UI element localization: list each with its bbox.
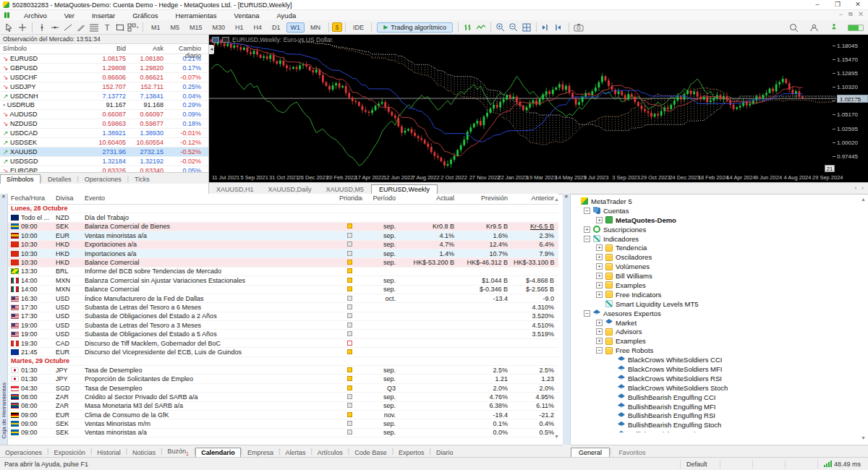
expand-icon[interactable]: + (596, 320, 603, 326)
tree-item-market[interactable]: +Market (571, 318, 861, 328)
tree-item-examples[interactable]: +Examples (571, 336, 861, 346)
calendar-event-row[interactable]: 04:30SGDTasa de DesempleoQ32.0%2.0% (8, 384, 558, 393)
expand-icon[interactable]: + (596, 273, 603, 279)
toolbox-tab-artículos[interactable]: Artículos (312, 448, 348, 457)
calendar-event-row[interactable]: 19:30CADDiscurso de Tiff Macklem, Gobern… (8, 339, 558, 348)
tree-item-blackcrows-whitesoldiers-rsi[interactable]: BlackCrows WhiteSoldiers RSI (571, 374, 861, 383)
fibonacci-icon[interactable] (88, 22, 101, 33)
toolbox-tab-historial[interactable]: Historial (92, 448, 126, 457)
navigator-tab-favoritos[interactable]: Favoritos (611, 448, 652, 457)
navigator-tab-general[interactable]: General (571, 448, 610, 457)
tree-item-examples[interactable]: +Examples (571, 281, 861, 290)
tree-item-bullishbearish-engulfing-stoch[interactable]: BullishBearish Engulfing Stoch (571, 420, 861, 430)
calendar-event-row[interactable]: 01:30JPYProporción de Solicitantes de Em… (8, 375, 558, 383)
market-watch-row[interactable]: ↘ USDCHF0.866060.86621-0.07% (0, 73, 208, 82)
calendar-event-row[interactable]: 09:00EURClima de Consumo de la GfKnov.-1… (8, 411, 558, 419)
auto-scroll-icon[interactable] (553, 22, 566, 33)
text-tool-icon[interactable]: T (101, 22, 114, 33)
calendar-event-row[interactable]: 10:00EURVentas minoristas a/asep.4.1%1.6… (8, 231, 558, 240)
timeframe-h1[interactable]: H1 (231, 22, 248, 33)
mdi-window-controls[interactable]: ‒ ⧉ ✕ (839, 11, 865, 18)
calendar-column-header[interactable]: Actual (399, 194, 457, 204)
tree-item-osciladores[interactable]: +Osciladores (571, 252, 861, 262)
calendar-event-row[interactable]: 09:00SEKBalanza Comercial de Bienessep.K… (8, 223, 558, 231)
horizontal-line-icon[interactable] (48, 22, 61, 33)
tree-item-advisors[interactable]: +Advisors (571, 327, 861, 336)
calendar-event-row[interactable]: 10:30HKDExportaciones a/asep.4.7%12.4%6.… (8, 241, 558, 249)
chart-tab[interactable]: XAUUSD,Daily (261, 185, 319, 194)
cursor-icon[interactable] (3, 22, 16, 33)
calendar-event-row[interactable]: 09:00SEKVentas Minoristas m/msep.0.1%0.4… (8, 419, 558, 428)
mw-tab-símbolos[interactable]: Símbolos (0, 174, 41, 184)
expand-icon[interactable]: + (596, 263, 603, 270)
expand-icon[interactable]: + (596, 217, 603, 223)
market-watch-row[interactable]: ↘ EURGBP0.833260.833400.05% (0, 166, 208, 172)
user-icon[interactable] (807, 22, 820, 33)
panel-collapse-arrow[interactable]: ◂ (209, 45, 214, 54)
trendline-icon[interactable] (61, 22, 75, 33)
profile-selector[interactable]: Default (680, 460, 720, 469)
objects-dropdown-icon[interactable] (127, 22, 140, 33)
toolbox-tab-expertos[interactable]: Expertos (393, 448, 430, 457)
tree-item-metatrader-5[interactable]: MetaTrader 5 (571, 197, 861, 206)
timeframe-mn[interactable]: MN (306, 22, 325, 33)
navigator-close-icon[interactable]: ✕ (563, 194, 570, 200)
vertical-line-icon[interactable] (35, 22, 48, 33)
mw-column-header[interactable]: Ask (129, 44, 166, 54)
calendar-scroll-up-icon[interactable]: ▲ (554, 197, 559, 202)
timeframe-d1[interactable]: D1 (268, 22, 285, 33)
calendar-event-row[interactable]: 01:30JPYTasa de Desempleosep.2.5%2.5% (8, 366, 558, 375)
calendar-event-row[interactable]: 13:30BRLInforme del BCB sobre Tendencias… (8, 268, 558, 276)
tree-item-tendencia[interactable]: +Tendencia (571, 243, 861, 252)
crosshair-icon[interactable] (16, 22, 29, 33)
menu-herramientas[interactable]: Herramientas (167, 12, 226, 20)
calendar-event-row[interactable]: 21:45EURDiscurso del Vicepresidente del … (8, 348, 558, 356)
market-watch-row[interactable]: ↘ EURUSD1.081751.081800.21% (0, 54, 208, 64)
market-watch-row[interactable]: ▪ USDRUB91.16791.1680.29% (0, 101, 208, 110)
tree-item-indicadores[interactable]: −Indicadores (571, 234, 861, 244)
toolbox-tab-noticias[interactable]: Noticias (127, 448, 161, 457)
market-watch-row[interactable]: ↘ NZDUSD0.598630.598770.18% (0, 119, 208, 129)
chart-tab[interactable]: EURUSD,Weekly (371, 184, 438, 194)
timeframe-m1[interactable]: M1 (147, 22, 165, 33)
shapes-icon[interactable] (114, 22, 127, 33)
expand-icon[interactable]: + (596, 282, 603, 289)
tree-item-blackcrows-whitesoldiers-mfi[interactable]: BlackCrows WhiteSoldiers MFI (571, 364, 861, 374)
menu-ayuda[interactable]: Ayuda (268, 12, 305, 20)
tree-item-suscripciones[interactable]: +Suscripciones (571, 225, 861, 234)
line-chart-icon[interactable] (475, 22, 488, 33)
market-watch-row[interactable]: ↘ USDJPY152.707152.7110.25% (0, 82, 208, 92)
tree-item-bullishbearish-harami-cci[interactable]: BullishBearish Harami CCI (571, 430, 861, 432)
expand-icon[interactable]: + (596, 338, 603, 344)
timeframe-m15[interactable]: M15 (185, 22, 207, 33)
calendar-event-row[interactable]: 19:00USDSubasta de Obligaciones del Esta… (8, 330, 558, 338)
tree-item-blackcrows-whitesoldiers-stoch[interactable]: BlackCrows WhiteSoldiers Stoch (571, 383, 861, 393)
calendar-scroll-down-icon[interactable]: ▼ (554, 434, 559, 439)
maximize-button[interactable]: ❐ (827, 0, 848, 10)
menu-archivo[interactable]: Archivo (15, 12, 56, 20)
tree-item-volúmenes[interactable]: +Volúmenes (571, 262, 861, 271)
market-watch-row[interactable]: ↗ USDSEK10.6040510.60554-0.12% (0, 138, 208, 148)
chart-mini-icon[interactable] (222, 37, 229, 43)
tree-item-free-indicators[interactable]: +Free Indicators (571, 290, 861, 299)
collapse-icon[interactable]: − (584, 236, 590, 242)
search-icon[interactable] (787, 22, 800, 33)
deposit-icon[interactable]: $ (332, 22, 342, 32)
expand-icon[interactable]: + (596, 291, 603, 298)
market-watch-row[interactable]: ↘ AUDUSD0.660870.660970.09% (0, 110, 208, 119)
calendar-column-header[interactable]: Previsión (457, 194, 511, 204)
market-watch-row[interactable]: ↘ GBPUSD1.298081.298200.17% (0, 64, 208, 73)
mw-tab-operaciones[interactable]: Operaciones (79, 175, 127, 184)
channel-icon[interactable] (75, 22, 88, 33)
toolbox-tab-code-base[interactable]: Code Base (349, 448, 392, 457)
market-watch-row[interactable]: ↗ USDCAD1.389211.38930-0.01% (0, 129, 208, 138)
tree-item-bill-williams[interactable]: +Bill Williams (571, 271, 861, 281)
bars-chart-icon[interactable] (461, 22, 475, 33)
calendar-column-header[interactable]: Período (362, 194, 399, 204)
calendar-event-row[interactable]: 08:00ZARMasa Monetaria M3 del SARB a/ase… (8, 402, 558, 411)
chart-area[interactable]: EURUSD,Weekly: Euro vs US Dollar. ◂ 1.08… (209, 35, 868, 182)
grid-icon[interactable] (520, 22, 533, 33)
toolbox-tab-exposición[interactable]: Exposición (48, 448, 90, 457)
toolbox-tab-diario[interactable]: Diario (431, 448, 459, 457)
timeframe-m5[interactable]: M5 (166, 22, 184, 33)
